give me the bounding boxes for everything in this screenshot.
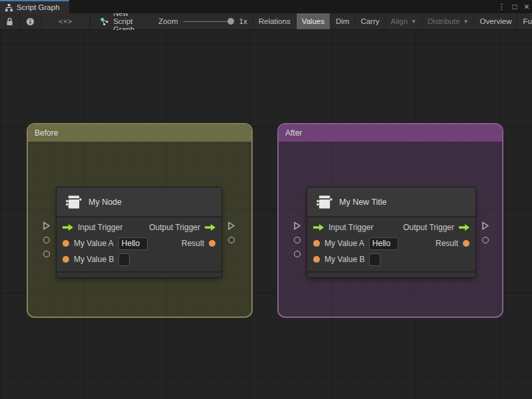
value-port-icon bbox=[209, 240, 215, 247]
external-value-port-left[interactable] bbox=[294, 237, 301, 243]
zoom-value: 1x bbox=[239, 17, 247, 25]
tab-script-graph[interactable]: Script Graph bbox=[0, 0, 69, 13]
node-my-new-title[interactable]: My New Title Input Trigger Output Trigge… bbox=[307, 188, 475, 277]
distribute-dropdown[interactable]: Distribute ▼ bbox=[422, 13, 475, 29]
chevron-down-icon: ▼ bbox=[411, 19, 416, 25]
code-preview-button[interactable]: <×> bbox=[41, 13, 90, 29]
node-title: My Node bbox=[88, 198, 122, 207]
external-value-port-left[interactable] bbox=[43, 251, 50, 257]
exec-arrow-icon bbox=[313, 224, 324, 231]
lock-button[interactable] bbox=[0, 13, 20, 29]
maximize-icon[interactable]: □ bbox=[513, 0, 517, 13]
node-header[interactable]: My New Title bbox=[307, 188, 475, 217]
unit-icon bbox=[65, 194, 82, 211]
port-result[interactable]: Result bbox=[182, 239, 215, 248]
external-value-port-right[interactable] bbox=[228, 237, 235, 243]
graph-canvas[interactable]: Before After My Node bbox=[0, 30, 532, 399]
external-value-port-left[interactable] bbox=[43, 237, 50, 243]
inspect-button[interactable] bbox=[20, 13, 41, 29]
port-input-trigger[interactable]: Input Trigger bbox=[63, 223, 122, 232]
value-port-icon bbox=[313, 256, 320, 263]
graph-name-label: New Script Graph bbox=[90, 13, 141, 29]
zoom-label: Zoom bbox=[158, 17, 178, 25]
external-trigger-port-left[interactable] bbox=[43, 221, 51, 230]
node-body: Input Trigger Output Trigger My Value A … bbox=[57, 217, 221, 270]
external-trigger-port-right[interactable] bbox=[227, 221, 235, 230]
external-trigger-port-left[interactable] bbox=[293, 221, 301, 230]
group-header[interactable]: Before bbox=[28, 124, 251, 142]
relations-button[interactable]: Relations bbox=[253, 13, 297, 29]
node-my-node[interactable]: My Node Input Trigger Output Trigger My … bbox=[57, 188, 221, 277]
lock-icon bbox=[6, 17, 13, 26]
full-screen-button[interactable]: Full Screen bbox=[517, 13, 532, 29]
dim-button[interactable]: Dim bbox=[331, 13, 355, 29]
graph-node-icon bbox=[100, 17, 109, 26]
node-title: My New Title bbox=[339, 198, 387, 207]
close-icon[interactable]: × bbox=[524, 0, 529, 13]
node-footer bbox=[307, 271, 475, 277]
value-port-icon bbox=[313, 240, 320, 247]
port-output-trigger[interactable]: Output Trigger bbox=[403, 223, 469, 232]
node-header[interactable]: My Node bbox=[57, 188, 221, 217]
port-value-a[interactable]: My Value A bbox=[313, 237, 398, 250]
value-port-icon bbox=[63, 240, 69, 247]
group-header[interactable]: After bbox=[279, 124, 502, 142]
group-label: After bbox=[285, 128, 302, 138]
value-port-icon bbox=[63, 256, 69, 263]
exec-arrow-icon bbox=[63, 224, 73, 231]
node-footer bbox=[57, 271, 221, 277]
overview-button[interactable]: Overview bbox=[475, 13, 518, 29]
kebab-menu-icon[interactable]: ⋮ bbox=[498, 0, 506, 13]
zoom-slider-handle[interactable] bbox=[227, 18, 234, 25]
values-button[interactable]: Values bbox=[297, 13, 331, 29]
zoom-control: Zoom 1x bbox=[153, 13, 253, 29]
script-graph-tree-icon bbox=[5, 3, 13, 12]
zoom-slider[interactable] bbox=[184, 17, 234, 26]
tab-title: Script Graph bbox=[17, 3, 60, 11]
external-trigger-port-right[interactable] bbox=[481, 221, 489, 230]
group-label: Before bbox=[35, 128, 58, 138]
port-value-a[interactable]: My Value A bbox=[63, 237, 148, 250]
code-icon: <×> bbox=[59, 17, 72, 25]
exec-arrow-icon bbox=[459, 224, 469, 231]
exec-arrow-icon bbox=[205, 224, 215, 231]
carry-button[interactable]: Carry bbox=[355, 13, 385, 29]
port-value-b[interactable]: My Value B bbox=[63, 253, 130, 266]
value-a-input[interactable] bbox=[118, 237, 148, 250]
window-tab-bar: Script Graph ⋮ □ × bbox=[0, 0, 532, 13]
port-output-trigger[interactable]: Output Trigger bbox=[149, 223, 215, 232]
graph-toolbar: <×> New Script Graph Zoom 1x Relations V… bbox=[0, 13, 532, 30]
info-icon bbox=[26, 17, 35, 26]
port-value-b[interactable]: My Value B bbox=[313, 253, 380, 266]
align-dropdown[interactable]: Align ▼ bbox=[386, 13, 423, 29]
external-value-port-left[interactable] bbox=[294, 251, 301, 257]
chevron-down-icon: ▼ bbox=[464, 19, 469, 25]
value-a-input[interactable] bbox=[369, 237, 398, 250]
unit-icon bbox=[315, 194, 333, 211]
node-body: Input Trigger Output Trigger My Value A … bbox=[307, 217, 475, 270]
value-port-icon bbox=[463, 240, 469, 247]
port-result[interactable]: Result bbox=[436, 239, 469, 248]
zoom-slider-track[interactable] bbox=[184, 21, 234, 23]
external-value-port-right[interactable] bbox=[482, 237, 489, 243]
value-b-input[interactable] bbox=[118, 253, 130, 266]
value-b-input[interactable] bbox=[369, 253, 380, 266]
port-input-trigger[interactable]: Input Trigger bbox=[313, 223, 373, 232]
